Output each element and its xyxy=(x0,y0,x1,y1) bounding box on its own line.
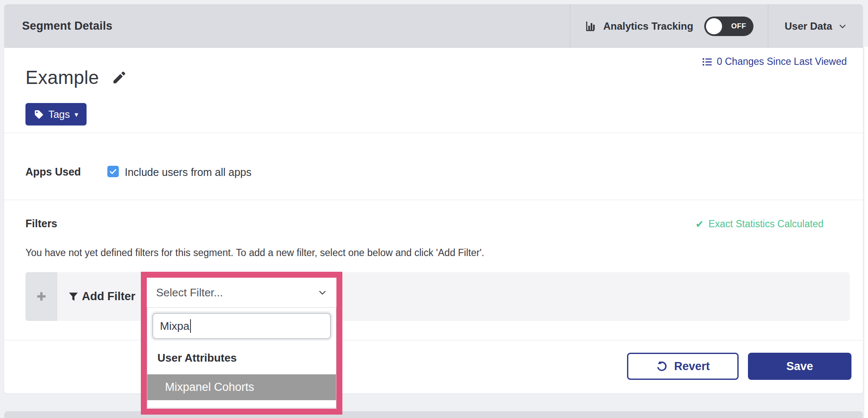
include-all-apps-label: Include users from all apps xyxy=(125,166,252,178)
include-all-apps-checkbox[interactable] xyxy=(107,166,119,177)
scrollbar[interactable] xyxy=(864,47,868,418)
segment-details-page: Segment Details Analytics Tracking OFF U… xyxy=(0,0,868,418)
caret-down-icon: ▾ xyxy=(75,110,78,118)
exact-statistics-status: ✔ Exact Statistics Calculated xyxy=(695,218,823,230)
footer-divider xyxy=(4,340,863,340)
changes-link-label: 0 Changes Since Last Viewed xyxy=(717,56,847,67)
analytics-toggle[interactable]: OFF xyxy=(704,17,753,36)
text-cursor xyxy=(190,319,191,333)
exact-statistics-label: Exact Statistics Calculated xyxy=(708,218,823,230)
tags-button[interactable]: Tags ▾ xyxy=(25,103,87,125)
analytics-tracking-label: Analytics Tracking xyxy=(603,20,693,32)
section-divider xyxy=(4,133,863,133)
changes-since-last-viewed-link[interactable]: 0 Changes Since Last Viewed xyxy=(702,56,847,67)
toggle-knob xyxy=(706,18,722,34)
segment-details-card: Segment Details Analytics Tracking OFF U… xyxy=(4,4,863,393)
header-right: Analytics Tracking OFF User Data xyxy=(570,4,863,48)
filter-select-highlight-box: Select Filter... Mixpa User Attributes M… xyxy=(141,272,342,415)
edit-pencil-icon[interactable] xyxy=(112,70,127,85)
analytics-tracking-block: Analytics Tracking OFF xyxy=(570,4,768,48)
dropdown-option-mixpanel-cohorts[interactable]: Mixpanel Cohorts xyxy=(147,374,336,400)
revert-button-label: Revert xyxy=(674,360,710,373)
section-divider xyxy=(4,200,863,200)
filter-select[interactable]: Select Filter... xyxy=(147,278,336,308)
add-filter-label-group: Add Filter xyxy=(68,272,135,321)
plus-icon: ✚ xyxy=(36,290,46,304)
revert-button[interactable]: Revert xyxy=(627,353,739,380)
filter-search-input[interactable]: Mixpa xyxy=(152,313,331,339)
filters-empty-text: You have not yet defined filters for thi… xyxy=(25,247,484,259)
toggle-state-label: OFF xyxy=(731,22,747,31)
next-section-header-strip xyxy=(4,411,863,418)
checkmark-icon xyxy=(109,167,117,176)
chevron-down-icon xyxy=(318,288,327,297)
segment-name: Example xyxy=(25,67,99,88)
funnel-icon xyxy=(68,291,79,302)
list-icon xyxy=(702,56,713,67)
chevron-down-icon xyxy=(838,22,847,31)
page-title: Segment Details xyxy=(22,4,112,48)
save-button[interactable]: Save xyxy=(748,353,851,380)
bar-chart-icon xyxy=(585,20,597,33)
filter-search-value: Mixpa xyxy=(160,320,189,333)
filter-select-placeholder: Select Filter... xyxy=(156,286,223,299)
tags-button-label: Tags xyxy=(48,109,70,120)
dropdown-group-header: User Attributes xyxy=(157,351,237,365)
apps-used-label: Apps Used xyxy=(25,166,81,178)
segment-name-row: Example xyxy=(25,67,127,88)
dropdown-option-label: Mixpanel Cohorts xyxy=(165,381,254,394)
filter-dropdown-panel: Mixpa User Attributes Mixpanel Cohorts xyxy=(147,308,336,408)
tag-icon xyxy=(34,109,44,119)
card-header: Segment Details Analytics Tracking OFF U… xyxy=(4,4,863,48)
user-data-label: User Data xyxy=(784,20,832,32)
filters-heading: Filters xyxy=(25,217,57,230)
save-button-label: Save xyxy=(786,360,813,373)
revert-icon xyxy=(656,360,668,372)
check-icon: ✔ xyxy=(695,219,704,229)
add-filter-label: Add Filter xyxy=(82,290,135,303)
user-data-dropdown[interactable]: User Data xyxy=(768,4,863,48)
add-filter-plus-button[interactable]: ✚ xyxy=(25,272,57,321)
